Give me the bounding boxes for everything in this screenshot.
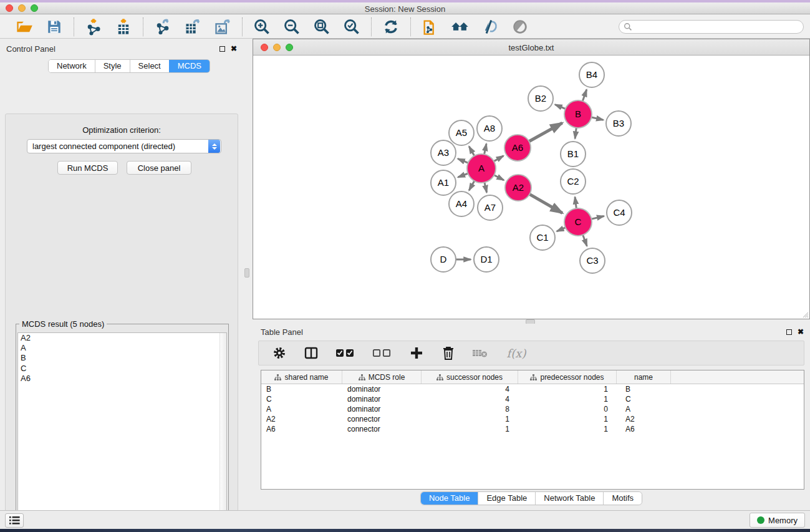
float-panel-icon[interactable] <box>219 46 225 52</box>
table-cell[interactable]: A2 <box>261 414 342 424</box>
mcds-result-item[interactable]: A6 <box>18 374 226 384</box>
delete-table-button[interactable] <box>472 345 488 361</box>
graph-node-B3[interactable]: B3 <box>606 111 631 136</box>
network-canvas[interactable]: B4B2BB3A8A5A6A3B1AA1C2A2A4A7C4CC1C3DD1 <box>253 56 809 319</box>
table-cell[interactable]: C <box>617 394 671 404</box>
table-cell[interactable]: connector <box>342 424 422 434</box>
column-header-successor-nodes[interactable]: successor nodes <box>422 370 518 384</box>
graph-edge-B-B1[interactable] <box>575 127 576 138</box>
scrollbar-track[interactable] <box>219 333 226 532</box>
network-window-titlebar[interactable]: testGlobe.txt <box>253 39 809 56</box>
run-mcds-button[interactable]: Run MCDS <box>57 161 118 175</box>
graph-node-B[interactable]: B <box>564 100 592 128</box>
open-file-button[interactable] <box>15 17 34 36</box>
table-row[interactable]: Cdominator41C <box>261 394 804 404</box>
columns-button[interactable] <box>303 345 319 361</box>
tab-edge-table[interactable]: Edge Table <box>478 492 535 505</box>
clear-checkboxes-button[interactable] <box>372 345 393 361</box>
import-network-button[interactable] <box>84 17 103 36</box>
import-table-button[interactable] <box>114 17 133 36</box>
graph-node-D1[interactable]: D1 <box>474 247 499 272</box>
table-cell[interactable]: 1 <box>518 414 617 424</box>
graph-node-C[interactable]: C <box>564 208 592 236</box>
table-cell[interactable]: A2 <box>617 414 671 424</box>
settings-gear-button[interactable] <box>271 345 287 361</box>
graph-node-A4[interactable]: A4 <box>449 191 474 216</box>
zoom-selected-button[interactable] <box>342 17 361 36</box>
tab-network-table[interactable]: Network Table <box>535 492 603 505</box>
table-cell[interactable]: A <box>617 404 671 414</box>
graph-node-A5[interactable]: A5 <box>449 120 474 145</box>
graph-edge-A-A3[interactable] <box>458 158 469 163</box>
graph-node-B4[interactable]: B4 <box>579 62 604 87</box>
graph-edge-C-C1[interactable] <box>557 227 566 231</box>
table-cell[interactable]: B <box>617 384 671 394</box>
table-row[interactable]: A6connector11A6 <box>261 424 804 434</box>
graph-node-A[interactable]: A <box>467 154 496 183</box>
close-panel-icon[interactable]: ✖ <box>231 46 237 52</box>
graph-node-C2[interactable]: C2 <box>561 169 586 194</box>
close-panel-icon[interactable]: ✖ <box>798 329 804 335</box>
table-cell[interactable]: 1 <box>422 414 518 424</box>
mcds-result-item[interactable]: A2 <box>18 333 226 343</box>
network-document-button[interactable] <box>421 17 440 36</box>
export-table-button[interactable] <box>183 17 202 36</box>
tab-node-table[interactable]: Node Table <box>421 492 478 505</box>
table-cell[interactable]: dominator <box>342 404 422 414</box>
graph-node-A2[interactable]: A2 <box>505 175 531 201</box>
table-cell[interactable]: C <box>261 394 342 404</box>
graph-node-D[interactable]: D <box>431 247 456 272</box>
graph-node-B1[interactable]: B1 <box>561 142 586 167</box>
search-input[interactable] <box>632 21 803 32</box>
graph-node-C3[interactable]: C3 <box>580 248 605 273</box>
zoom-fit-button[interactable] <box>312 17 331 36</box>
mcds-result-list[interactable]: A2ABCA6 <box>17 332 227 532</box>
vertical-splitter-handle[interactable] <box>244 268 249 278</box>
graph-node-A7[interactable]: A7 <box>478 195 503 220</box>
graph-edge-A-A8[interactable] <box>484 143 486 155</box>
criterion-dropdown[interactable]: largest connected component (directed) <box>27 139 221 153</box>
table-cell[interactable]: dominator <box>342 384 422 394</box>
graph-edge-B-B2[interactable] <box>555 105 566 109</box>
graph-edge-C-C4[interactable] <box>591 216 604 220</box>
table-cell[interactable]: 4 <box>422 394 518 404</box>
table-cell[interactable]: 1 <box>518 394 617 404</box>
graph-edge-A-A1[interactable] <box>458 173 468 177</box>
delete-column-button[interactable] <box>440 345 456 361</box>
table-cell[interactable]: A6 <box>617 424 671 434</box>
graph-node-B2[interactable]: B2 <box>528 86 553 111</box>
save-session-button[interactable] <box>45 17 64 36</box>
hide-graphics-button[interactable] <box>481 17 499 36</box>
graph-node-A1[interactable]: A1 <box>431 170 456 195</box>
add-column-button[interactable] <box>408 345 425 361</box>
graph-edge-A-A5[interactable] <box>469 147 475 157</box>
graph-edge-B-B4[interactable] <box>582 90 587 102</box>
float-panel-icon[interactable] <box>786 329 792 335</box>
tab-motifs[interactable]: Motifs <box>603 492 642 505</box>
mcds-result-item[interactable]: B <box>18 353 226 363</box>
table-row[interactable]: Adominator80A <box>261 404 804 414</box>
refresh-layout-button[interactable] <box>382 17 400 36</box>
column-header-MCDS-role[interactable]: MCDS role <box>342 370 422 384</box>
graph-edge-A-A4[interactable] <box>469 180 475 190</box>
zoom-out-button[interactable] <box>282 17 301 36</box>
table-cell[interactable]: B <box>261 384 342 394</box>
graph-edge-C-C2[interactable] <box>575 197 576 209</box>
table-cell[interactable]: 1 <box>518 384 617 394</box>
graph-edge-A-A7[interactable] <box>485 181 487 192</box>
column-header-shared-name[interactable]: shared name <box>261 370 342 384</box>
mcds-result-item[interactable]: C <box>18 364 226 374</box>
table-cell[interactable]: connector <box>342 414 422 424</box>
graph-edge-A-A6[interactable] <box>493 156 503 162</box>
table-cell[interactable]: A6 <box>261 424 342 434</box>
zoom-in-button[interactable] <box>253 17 271 36</box>
select-all-checkboxes-button[interactable] <box>335 345 356 361</box>
graph-edge-A-A2[interactable] <box>493 175 504 180</box>
column-header-predecessor-nodes[interactable]: predecessor nodes <box>518 370 617 384</box>
memory-button[interactable]: Memory <box>750 513 805 528</box>
graph-edge-A2-C[interactable] <box>529 194 562 213</box>
resize-grip-icon[interactable] <box>801 311 809 318</box>
task-history-button[interactable] <box>5 513 24 528</box>
graph-node-A6[interactable]: A6 <box>504 135 531 161</box>
graph-node-C1[interactable]: C1 <box>530 225 555 250</box>
